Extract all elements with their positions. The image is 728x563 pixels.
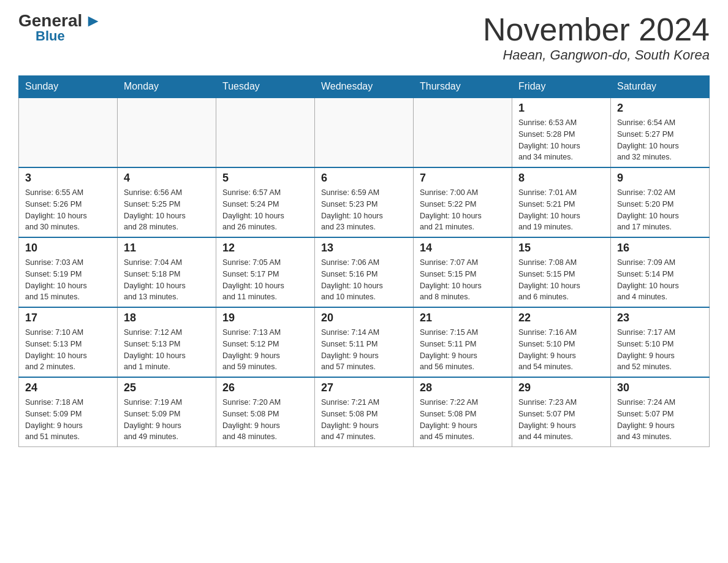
day-info: Sunrise: 7:00 AM Sunset: 5:22 PM Dayligh… bbox=[420, 187, 506, 233]
calendar-cell: 11Sunrise: 7:04 AM Sunset: 5:18 PM Dayli… bbox=[118, 237, 216, 307]
logo: General► Blue bbox=[18, 12, 102, 43]
day-info: Sunrise: 7:02 AM Sunset: 5:20 PM Dayligh… bbox=[617, 187, 703, 233]
day-number: 25 bbox=[124, 381, 210, 394]
calendar-cell: 10Sunrise: 7:03 AM Sunset: 5:19 PM Dayli… bbox=[19, 237, 118, 307]
calendar-cell: 25Sunrise: 7:19 AM Sunset: 5:09 PM Dayli… bbox=[118, 377, 216, 447]
day-number: 11 bbox=[124, 242, 210, 255]
calendar-cell: 2Sunrise: 6:54 AM Sunset: 5:27 PM Daylig… bbox=[611, 98, 710, 167]
day-number: 24 bbox=[25, 381, 111, 394]
calendar-cell: 5Sunrise: 6:57 AM Sunset: 5:24 PM Daylig… bbox=[216, 167, 315, 237]
day-info: Sunrise: 7:17 AM Sunset: 5:10 PM Dayligh… bbox=[617, 327, 703, 373]
calendar-cell bbox=[315, 98, 414, 167]
day-number: 12 bbox=[222, 242, 308, 255]
calendar-header-row: SundayMondayTuesdayWednesdayThursdayFrid… bbox=[19, 76, 710, 98]
day-info: Sunrise: 7:03 AM Sunset: 5:19 PM Dayligh… bbox=[25, 257, 111, 303]
calendar-cell: 20Sunrise: 7:14 AM Sunset: 5:11 PM Dayli… bbox=[315, 307, 414, 377]
calendar-cell: 21Sunrise: 7:15 AM Sunset: 5:11 PM Dayli… bbox=[414, 307, 512, 377]
day-number: 17 bbox=[25, 312, 111, 324]
week-row-3: 10Sunrise: 7:03 AM Sunset: 5:19 PM Dayli… bbox=[19, 237, 710, 307]
day-info: Sunrise: 7:19 AM Sunset: 5:09 PM Dayligh… bbox=[124, 397, 210, 443]
calendar-cell: 23Sunrise: 7:17 AM Sunset: 5:10 PM Dayli… bbox=[611, 307, 710, 377]
day-info: Sunrise: 7:14 AM Sunset: 5:11 PM Dayligh… bbox=[321, 327, 407, 373]
calendar-cell: 3Sunrise: 6:55 AM Sunset: 5:26 PM Daylig… bbox=[19, 167, 118, 237]
day-info: Sunrise: 7:12 AM Sunset: 5:13 PM Dayligh… bbox=[124, 327, 210, 373]
day-number: 18 bbox=[124, 312, 210, 324]
col-header-monday: Monday bbox=[118, 76, 216, 98]
calendar-cell bbox=[19, 98, 118, 167]
calendar-cell: 28Sunrise: 7:22 AM Sunset: 5:08 PM Dayli… bbox=[414, 377, 512, 447]
calendar-cell: 7Sunrise: 7:00 AM Sunset: 5:22 PM Daylig… bbox=[414, 167, 512, 237]
day-info: Sunrise: 7:22 AM Sunset: 5:08 PM Dayligh… bbox=[420, 397, 506, 443]
day-info: Sunrise: 7:24 AM Sunset: 5:07 PM Dayligh… bbox=[617, 397, 703, 443]
col-header-friday: Friday bbox=[512, 76, 611, 98]
day-number: 5 bbox=[222, 172, 308, 185]
day-info: Sunrise: 7:08 AM Sunset: 5:15 PM Dayligh… bbox=[518, 257, 604, 303]
day-number: 29 bbox=[518, 381, 604, 394]
day-info: Sunrise: 6:59 AM Sunset: 5:23 PM Dayligh… bbox=[321, 187, 407, 233]
calendar-cell: 19Sunrise: 7:13 AM Sunset: 5:12 PM Dayli… bbox=[216, 307, 315, 377]
day-number: 22 bbox=[518, 312, 604, 324]
logo-arrow-icon: ► bbox=[85, 12, 102, 29]
logo-general-text: General► bbox=[18, 12, 102, 29]
day-info: Sunrise: 7:04 AM Sunset: 5:18 PM Dayligh… bbox=[124, 257, 210, 303]
day-info: Sunrise: 6:56 AM Sunset: 5:25 PM Dayligh… bbox=[124, 187, 210, 233]
day-info: Sunrise: 7:23 AM Sunset: 5:07 PM Dayligh… bbox=[518, 397, 604, 443]
week-row-5: 24Sunrise: 7:18 AM Sunset: 5:09 PM Dayli… bbox=[19, 377, 710, 447]
week-row-4: 17Sunrise: 7:10 AM Sunset: 5:13 PM Dayli… bbox=[19, 307, 710, 377]
calendar-cell: 15Sunrise: 7:08 AM Sunset: 5:15 PM Dayli… bbox=[512, 237, 611, 307]
day-info: Sunrise: 7:05 AM Sunset: 5:17 PM Dayligh… bbox=[222, 257, 308, 303]
calendar-cell: 22Sunrise: 7:16 AM Sunset: 5:10 PM Dayli… bbox=[512, 307, 611, 377]
day-number: 14 bbox=[420, 242, 506, 255]
month-year-title: November 2024 bbox=[483, 12, 710, 47]
calendar-cell: 30Sunrise: 7:24 AM Sunset: 5:07 PM Dayli… bbox=[611, 377, 710, 447]
day-number: 1 bbox=[518, 102, 604, 115]
day-info: Sunrise: 7:06 AM Sunset: 5:16 PM Dayligh… bbox=[321, 257, 407, 303]
day-number: 3 bbox=[25, 172, 111, 185]
calendar-cell: 4Sunrise: 6:56 AM Sunset: 5:25 PM Daylig… bbox=[118, 167, 216, 237]
day-info: Sunrise: 7:21 AM Sunset: 5:08 PM Dayligh… bbox=[321, 397, 407, 443]
page-header: General► Blue November 2024 Haean, Gangw… bbox=[18, 12, 710, 63]
calendar-cell: 27Sunrise: 7:21 AM Sunset: 5:08 PM Dayli… bbox=[315, 377, 414, 447]
week-row-1: 1Sunrise: 6:53 AM Sunset: 5:28 PM Daylig… bbox=[19, 98, 710, 167]
col-header-sunday: Sunday bbox=[19, 76, 118, 98]
day-info: Sunrise: 7:09 AM Sunset: 5:14 PM Dayligh… bbox=[617, 257, 703, 303]
day-info: Sunrise: 7:16 AM Sunset: 5:10 PM Dayligh… bbox=[518, 327, 604, 373]
calendar-cell bbox=[216, 98, 315, 167]
location-subtitle: Haean, Gangwon-do, South Korea bbox=[483, 47, 710, 63]
calendar-cell: 6Sunrise: 6:59 AM Sunset: 5:23 PM Daylig… bbox=[315, 167, 414, 237]
day-number: 19 bbox=[222, 312, 308, 324]
day-number: 15 bbox=[518, 242, 604, 255]
calendar-cell: 9Sunrise: 7:02 AM Sunset: 5:20 PM Daylig… bbox=[611, 167, 710, 237]
col-header-thursday: Thursday bbox=[414, 76, 512, 98]
calendar-cell: 1Sunrise: 6:53 AM Sunset: 5:28 PM Daylig… bbox=[512, 98, 611, 167]
calendar-cell: 24Sunrise: 7:18 AM Sunset: 5:09 PM Dayli… bbox=[19, 377, 118, 447]
day-number: 10 bbox=[25, 242, 111, 255]
day-info: Sunrise: 7:07 AM Sunset: 5:15 PM Dayligh… bbox=[420, 257, 506, 303]
calendar-cell: 17Sunrise: 7:10 AM Sunset: 5:13 PM Dayli… bbox=[19, 307, 118, 377]
day-number: 28 bbox=[420, 381, 506, 394]
calendar-cell: 14Sunrise: 7:07 AM Sunset: 5:15 PM Dayli… bbox=[414, 237, 512, 307]
calendar-title-block: November 2024 Haean, Gangwon-do, South K… bbox=[483, 12, 710, 63]
day-number: 4 bbox=[124, 172, 210, 185]
day-number: 23 bbox=[617, 312, 703, 324]
logo-blue-text: Blue bbox=[36, 29, 65, 43]
day-number: 16 bbox=[617, 242, 703, 255]
day-info: Sunrise: 7:10 AM Sunset: 5:13 PM Dayligh… bbox=[25, 327, 111, 373]
col-header-tuesday: Tuesday bbox=[216, 76, 315, 98]
day-info: Sunrise: 6:54 AM Sunset: 5:27 PM Dayligh… bbox=[617, 117, 703, 163]
day-number: 20 bbox=[321, 312, 407, 324]
day-number: 2 bbox=[617, 102, 703, 115]
calendar-table: SundayMondayTuesdayWednesdayThursdayFrid… bbox=[18, 75, 710, 447]
day-info: Sunrise: 6:57 AM Sunset: 5:24 PM Dayligh… bbox=[222, 187, 308, 233]
col-header-saturday: Saturday bbox=[611, 76, 710, 98]
calendar-cell: 8Sunrise: 7:01 AM Sunset: 5:21 PM Daylig… bbox=[512, 167, 611, 237]
calendar-cell: 18Sunrise: 7:12 AM Sunset: 5:13 PM Dayli… bbox=[118, 307, 216, 377]
day-number: 7 bbox=[420, 172, 506, 185]
day-number: 21 bbox=[420, 312, 506, 324]
calendar-cell bbox=[118, 98, 216, 167]
calendar-cell: 12Sunrise: 7:05 AM Sunset: 5:17 PM Dayli… bbox=[216, 237, 315, 307]
calendar-cell: 16Sunrise: 7:09 AM Sunset: 5:14 PM Dayli… bbox=[611, 237, 710, 307]
day-number: 13 bbox=[321, 242, 407, 255]
day-info: Sunrise: 7:13 AM Sunset: 5:12 PM Dayligh… bbox=[222, 327, 308, 373]
calendar-cell: 26Sunrise: 7:20 AM Sunset: 5:08 PM Dayli… bbox=[216, 377, 315, 447]
